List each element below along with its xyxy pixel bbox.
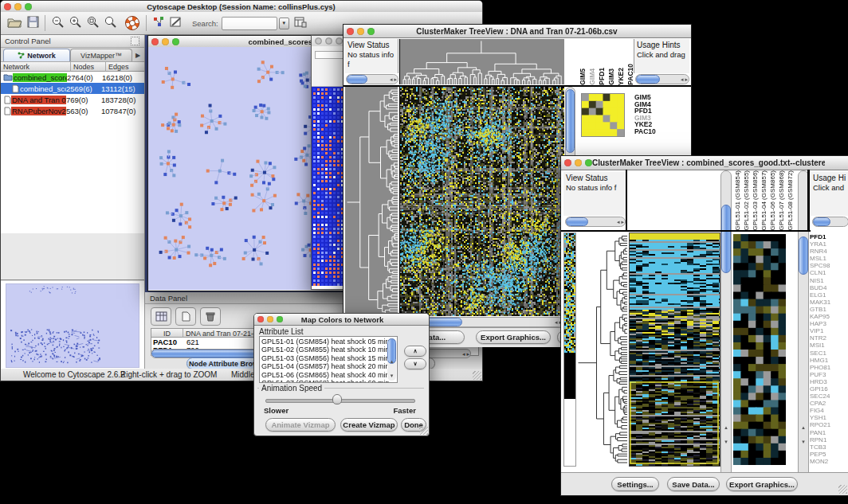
row-dendrogram-canvas[interactable] bbox=[576, 232, 627, 465]
gene-label[interactable]: SPC98 bbox=[810, 262, 848, 269]
heatmap-zoom-canvas[interactable] bbox=[581, 93, 625, 137]
zoom-out-icon[interactable] bbox=[51, 15, 65, 32]
move-down-button[interactable]: ∨ bbox=[404, 358, 426, 369]
minimize-icon[interactable] bbox=[357, 28, 364, 35]
zoom-selected-icon[interactable] bbox=[86, 15, 100, 32]
column-label[interactable]: GPL51-07 (GSM868) bbox=[778, 170, 785, 231]
resize-grip[interactable] bbox=[473, 371, 481, 380]
zoom-window-icon[interactable] bbox=[367, 28, 375, 35]
open-file-icon[interactable] bbox=[7, 16, 22, 31]
column-label[interactable]: GPL51-04 (GSM857) bbox=[760, 170, 768, 231]
gene-label[interactable]: CPA2 bbox=[810, 400, 848, 407]
gene-label[interactable]: CLN1 bbox=[810, 269, 848, 276]
zoom-window-icon[interactable] bbox=[336, 37, 343, 45]
dialog-title-bar[interactable]: Map Colors to Network bbox=[254, 314, 429, 326]
dense-network-canvas[interactable] bbox=[312, 87, 345, 286]
gene-label[interactable]: HMG1 bbox=[810, 357, 848, 364]
gene-label[interactable]: NIS1 bbox=[810, 277, 848, 284]
zoom-fit-icon[interactable] bbox=[104, 15, 117, 32]
search-config-icon[interactable] bbox=[294, 16, 307, 31]
new-network-icon[interactable] bbox=[153, 16, 165, 31]
gene-label[interactable]: RPO21 bbox=[810, 421, 848, 428]
close-icon[interactable] bbox=[257, 316, 264, 322]
col-edges[interactable]: Edges bbox=[106, 62, 144, 72]
tab-network[interactable]: Network bbox=[3, 49, 70, 61]
tab-overflow-icon[interactable]: ▶ bbox=[132, 49, 143, 61]
move-up-button[interactable]: ∧ bbox=[404, 346, 426, 357]
zoom-window-icon[interactable] bbox=[277, 316, 283, 322]
gene-label[interactable]: KAP95 bbox=[810, 313, 848, 320]
delete-attribute-icon[interactable] bbox=[200, 307, 221, 326]
treeview2-title-bar[interactable]: ClusterMaker TreeView : combined_scores_… bbox=[561, 156, 848, 170]
minimize-icon[interactable] bbox=[162, 38, 169, 45]
settings-button[interactable]: Settings... bbox=[611, 477, 659, 491]
main-title-bar[interactable]: Cytoscape Desktop (Session Name: collins… bbox=[1, 1, 482, 13]
export-graphics-button[interactable]: Export Graphics... bbox=[476, 330, 551, 344]
network-overview-panel[interactable] bbox=[1, 279, 144, 369]
col-nodes[interactable]: Nodes bbox=[71, 62, 106, 72]
column-dendrogram-canvas[interactable] bbox=[399, 39, 564, 84]
minimize-icon[interactable] bbox=[267, 316, 273, 322]
gene-label[interactable]: ELG1 bbox=[810, 291, 848, 299]
gene-label[interactable]: HAP3 bbox=[810, 320, 848, 327]
gene-label[interactable]: YRA1 bbox=[810, 240, 848, 248]
zoom-window-icon[interactable] bbox=[585, 159, 592, 166]
save-data-button[interactable]: Save Data... bbox=[667, 477, 720, 491]
usage-hints-scrollbar[interactable] bbox=[812, 217, 848, 227]
resize-grip[interactable] bbox=[838, 485, 847, 494]
minimize-icon[interactable] bbox=[14, 3, 22, 10]
gene-label[interactable]: PFD1 bbox=[810, 233, 848, 240]
gene-label[interactable]: RNR4 bbox=[810, 248, 848, 255]
attribute-list-item[interactable]: GPL51-06 (GSM865) heat shock 40 min bbox=[261, 371, 397, 379]
annotation-icon[interactable] bbox=[170, 16, 183, 31]
row-dendrogram-canvas[interactable] bbox=[345, 87, 398, 316]
search-dropdown-icon[interactable]: ▾ bbox=[279, 18, 289, 29]
gene-label[interactable]: YSH1 bbox=[810, 414, 848, 421]
search-input[interactable] bbox=[222, 17, 277, 30]
attribute-list-item[interactable]: GPL51-02 (GSM855) heat shock 10 min bbox=[261, 346, 397, 354]
gene-label[interactable]: PHO81 bbox=[810, 364, 848, 371]
heatmap-main-canvas[interactable] bbox=[629, 232, 720, 467]
gene-label[interactable]: NTR2 bbox=[810, 334, 848, 342]
column-label[interactable]: GIM4 bbox=[588, 68, 596, 85]
attribute-select-icon[interactable] bbox=[151, 307, 171, 326]
save-icon[interactable] bbox=[27, 16, 39, 31]
resize-grip[interactable] bbox=[419, 426, 428, 435]
network-overview-canvas[interactable] bbox=[6, 283, 139, 368]
column-label[interactable]: PFD1 bbox=[598, 68, 606, 85]
gene-label[interactable]: GTB1 bbox=[810, 306, 848, 313]
export-graphics-button[interactable]: Export Graphics... bbox=[726, 477, 798, 491]
usage-hints-scrollbar[interactable]: ◂▸ bbox=[635, 74, 689, 84]
view-status-scrollbar[interactable]: ◂▸ bbox=[565, 217, 626, 227]
gene-label[interactable]: GPI16 bbox=[810, 385, 848, 393]
heatmap-global-canvas[interactable] bbox=[399, 87, 564, 316]
treeview1-title-bar[interactable]: ClusterMaker TreeView : DNA and Tran 07-… bbox=[344, 25, 691, 38]
zoom-in-icon[interactable] bbox=[69, 15, 82, 32]
gene-label[interactable]: FIG4 bbox=[810, 407, 848, 414]
close-icon[interactable] bbox=[151, 38, 159, 45]
gene-label[interactable]: PEP5 bbox=[810, 451, 848, 458]
gene-label[interactable]: PUF3 bbox=[810, 371, 848, 378]
create-vizmap-button[interactable]: Create Vizmap bbox=[340, 418, 398, 432]
network-row[interactable]: RNAPuberNov2+I 563(0) 107847(0) bbox=[1, 105, 144, 116]
col-network[interactable]: Network bbox=[1, 62, 71, 72]
main-vscrollbar[interactable]: ▴▾ bbox=[720, 170, 732, 479]
column-label[interactable]: GPL51-03 (GSM856) bbox=[752, 170, 759, 231]
help-lifering-icon[interactable] bbox=[125, 16, 139, 30]
zoom-window-icon[interactable] bbox=[25, 3, 32, 10]
attribute-list-item[interactable]: GPL51-07 (GSM868) heat shock 60 min bbox=[261, 379, 397, 383]
column-label[interactable]: GPL51-06 (GSM865) bbox=[769, 170, 776, 231]
network-row[interactable]: combined_sco 2569(6) 13112(15) bbox=[1, 83, 144, 94]
gene-label[interactable]: SEC1 bbox=[810, 350, 848, 357]
view-status-scrollbar[interactable]: ◂▸ bbox=[346, 74, 398, 84]
listbox-scrollbar[interactable]: ▴▾ bbox=[387, 338, 396, 381]
network-row[interactable]: combined_scores 2764(0) 16218(0) bbox=[1, 72, 144, 83]
column-label[interactable]: YKE2 bbox=[617, 68, 625, 85]
gene-label[interactable]: PAN1 bbox=[810, 429, 848, 436]
gene-label[interactable]: SEC24 bbox=[810, 393, 848, 400]
new-attribute-icon[interactable] bbox=[175, 307, 196, 326]
global-overview-strip-canvas[interactable] bbox=[563, 232, 576, 467]
column-label[interactable]: GIM3 bbox=[607, 68, 615, 85]
attribute-listbox[interactable]: GPL51-01 (GSM854) heat shock 05 minGPL51… bbox=[259, 336, 398, 383]
gene-label[interactable]: TCB3 bbox=[810, 443, 848, 451]
